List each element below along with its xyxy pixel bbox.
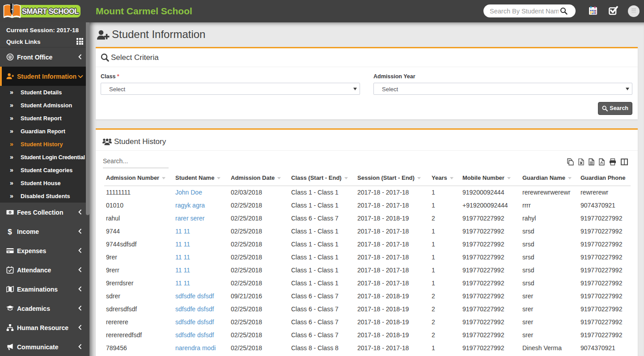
svg-text:$: $ bbox=[8, 228, 12, 235]
